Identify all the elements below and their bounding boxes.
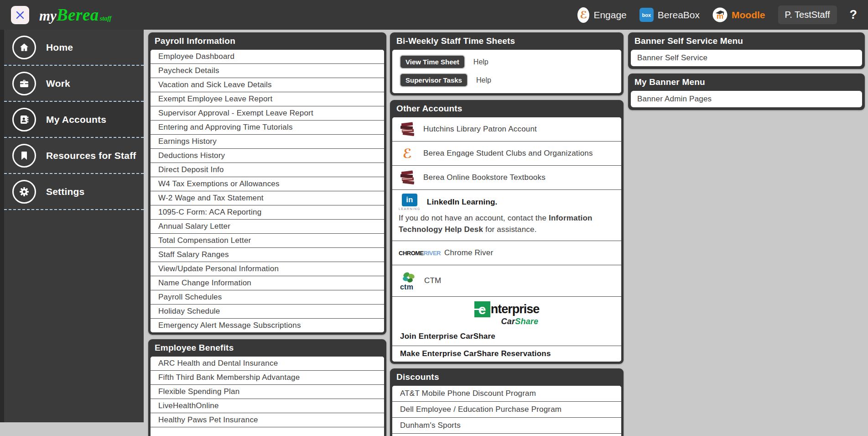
payroll-link[interactable]: Exempt Employee Leave Report: [151, 92, 384, 106]
employee-benefits-panel: Employee Benefits ARC Health and Dental …: [148, 339, 386, 436]
discount-link[interactable]: AT&T Mobile Phone Discount Program: [392, 386, 621, 402]
panel-title: Bi-Weekly Staff Time Sheets: [392, 32, 621, 50]
top-header: myBereastaff ℰ Engage box BereaBox m Moo…: [0, 0, 868, 30]
payroll-link[interactable]: Earnings History: [151, 135, 384, 149]
payroll-link[interactable]: Emergency Alert Message Subscriptions: [151, 319, 384, 332]
payroll-link[interactable]: Supervisor Approval - Exempt Leave Repor…: [151, 106, 384, 121]
payroll-link[interactable]: Paycheck Details: [151, 64, 384, 78]
view-time-sheet-button[interactable]: View Time Sheet: [400, 55, 465, 69]
payroll-link[interactable]: Employee Dashboard: [151, 50, 384, 64]
payroll-link[interactable]: Total Compensation Letter: [151, 234, 384, 248]
discounts-panel: Discounts AT&T Mobile Phone Discount Pro…: [390, 368, 624, 436]
sidebar-item-label: Settings: [46, 186, 84, 197]
engage-link[interactable]: ℰ Engage: [577, 7, 626, 23]
account-label: Hutchins Library Patron Account: [423, 125, 537, 134]
logo-berea-text: Berea: [57, 5, 99, 25]
benefit-link-clipped[interactable]: [151, 427, 384, 436]
payroll-link[interactable]: 1095-C Form: ACA Reporting: [151, 205, 384, 220]
column-payroll: Payroll Information Employee Dashboard P…: [148, 32, 386, 436]
payroll-link[interactable]: Staff Salary Ranges: [151, 248, 384, 262]
benefits-list: ARC Health and Dental Insurance Fifth Th…: [151, 357, 384, 436]
berea-engage-link[interactable]: ℰ Berea Engage Student Clubs and Organiz…: [392, 142, 621, 166]
moodle-icon: m: [712, 7, 728, 22]
timesheets-body: View Time Sheet Help Supervisor Tasks He…: [392, 50, 621, 93]
account-label: Chrome River: [444, 248, 493, 257]
payroll-link[interactable]: Vacation and Sick Leave Details: [151, 78, 384, 92]
gear-icon: [12, 180, 36, 204]
sidebar-item-label: Work: [46, 78, 70, 89]
supervisor-tasks-button[interactable]: Supervisor Tasks: [400, 73, 468, 87]
myberea-logo[interactable]: myBereastaff: [39, 5, 111, 25]
bereabox-icon: box: [639, 8, 654, 22]
linkedin-learning-link[interactable]: in LEARNING LinkedIn Learning. If you do…: [392, 190, 621, 241]
my-banner-panel: My Banner Menu Banner Admin Pages: [628, 74, 865, 110]
payroll-link[interactable]: Annual Salary Letter: [151, 220, 384, 234]
chrome-river-link[interactable]: CHROMERIVER Chrome River: [392, 241, 621, 265]
briefcase-icon: [12, 72, 36, 95]
logo-staff-text: staff: [100, 15, 111, 22]
enterprise-carshare-logo: enterprise CarShare: [474, 301, 540, 326]
linkedin-learning-icon: in LEARNING: [399, 194, 421, 210]
bookmark-icon: [12, 144, 36, 168]
payroll-link[interactable]: Name Change Information: [151, 276, 384, 290]
header-links: ℰ Engage box BereaBox m Moodle P. TestSt…: [577, 5, 857, 24]
benefit-link[interactable]: ARC Health and Dental Insurance: [151, 357, 384, 371]
contacts-book-icon: [12, 108, 36, 131]
engage-icon: ℰ: [399, 146, 416, 161]
hutchins-library-link[interactable]: Hutchins Library Patron Account: [392, 117, 621, 142]
moodle-link[interactable]: m Moodle: [712, 7, 765, 22]
account-label: CTM: [424, 276, 441, 285]
discount-link[interactable]: Dunham's Sports: [392, 418, 621, 434]
benefit-link[interactable]: Fifth Third Bank Membership Advantage: [151, 371, 384, 385]
banner-self-service-panel: Banner Self Service Menu Banner Self Ser…: [628, 32, 865, 69]
linkedin-title: LinkedIn Learning.: [427, 198, 498, 207]
discount-link[interactable]: Dell Employee / Education Purchase Progr…: [392, 402, 621, 418]
chrome-river-logo: CHROMERIVER: [399, 250, 437, 257]
account-label: Berea Engage Student Clubs and Organizat…: [423, 149, 593, 158]
timesheet-line: View Time Sheet Help: [400, 55, 614, 69]
sidebar-item-label: My Accounts: [46, 114, 106, 125]
enterprise-rentacar-link[interactable]: Enterprise Rent-A-Car Enter XZ78990 for …: [392, 434, 621, 436]
payroll-link[interactable]: Entering and Approving Time Tutorials: [151, 121, 384, 135]
help-link[interactable]: Help: [473, 58, 489, 66]
books-icon: [399, 122, 416, 137]
benefit-link[interactable]: Healthy Paws Pet Insurance: [151, 413, 384, 427]
bereabox-link[interactable]: box BereaBox: [639, 8, 700, 22]
join-enterprise-carshare-link[interactable]: Join Enterprise CarShare: [399, 327, 615, 342]
sidebar-item-my-accounts[interactable]: My Accounts: [4, 102, 144, 138]
close-menu-button[interactable]: [11, 6, 29, 24]
payroll-link[interactable]: Deductions History: [151, 149, 384, 163]
payroll-link[interactable]: W-2 Wage and Tax Statement: [151, 191, 384, 205]
engage-icon: ℰ: [577, 7, 589, 23]
other-accounts-list: Hutchins Library Patron Account ℰ Berea …: [392, 117, 621, 362]
payroll-link[interactable]: W4 Tax Exemptions or Allowances: [151, 177, 384, 191]
help-link[interactable]: Help: [476, 76, 491, 84]
panel-title: Payroll Information: [151, 32, 384, 50]
payroll-information-panel: Payroll Information Employee Dashboard P…: [148, 32, 386, 335]
benefit-link[interactable]: Flexible Spending Plan: [151, 385, 384, 399]
sidebar-item-home[interactable]: Home: [4, 30, 144, 66]
help-icon[interactable]: ?: [850, 8, 858, 22]
payroll-link[interactable]: Holiday Schedule: [151, 305, 384, 319]
close-icon: [16, 11, 25, 20]
panel-title: Banner Self Service Menu: [630, 32, 863, 50]
panel-title: Discounts: [392, 368, 621, 386]
payroll-link[interactable]: Payroll Schedules: [151, 290, 384, 305]
other-accounts-panel: Other Accounts Hutchins Library Patron A…: [390, 100, 624, 364]
banner-self-service-link[interactable]: Banner Self Service: [631, 50, 862, 66]
sidebar-item-work[interactable]: Work: [4, 66, 144, 102]
sidebar-item-settings[interactable]: Settings: [4, 174, 144, 210]
payroll-list: Employee Dashboard Paycheck Details Vaca…: [151, 50, 384, 332]
benefit-link[interactable]: LiveHealthOnline: [151, 399, 384, 413]
make-enterprise-reservations-link[interactable]: Make Enterprise CarShare Reservations: [392, 346, 621, 362]
ctm-link[interactable]: ctm CTM: [392, 265, 621, 297]
payroll-link[interactable]: View/Update Personal Information: [151, 262, 384, 276]
timesheet-line: Supervisor Tasks Help: [400, 73, 614, 87]
user-menu[interactable]: P. TestStaff: [778, 5, 837, 24]
banner-admin-pages-link[interactable]: Banner Admin Pages: [631, 91, 862, 107]
bookstore-link[interactable]: Berea Online Bookstore Textbooks: [392, 166, 621, 190]
sidebar-item-resources[interactable]: Resources for Staff: [4, 138, 144, 174]
ctm-logo-icon: ctm: [399, 270, 417, 291]
payroll-link[interactable]: Direct Deposit Info: [151, 163, 384, 177]
svg-text:ctm: ctm: [400, 283, 413, 291]
